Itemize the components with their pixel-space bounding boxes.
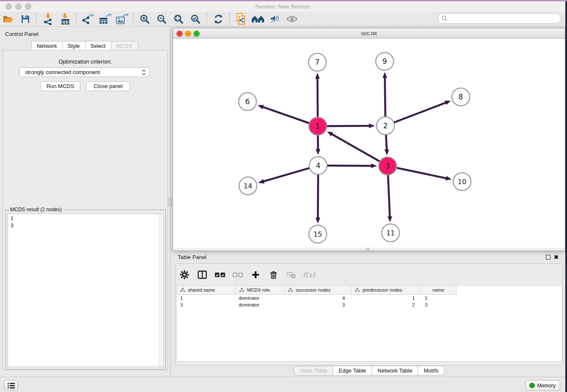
network-canvas[interactable]: 7968124314101511 bbox=[173, 39, 565, 248]
zoom-selected-button[interactable] bbox=[187, 12, 204, 26]
table-cell[interactable]: dominator bbox=[236, 295, 285, 301]
delete-row-button[interactable] bbox=[268, 269, 279, 280]
close-panel-button[interactable]: Close panel bbox=[86, 81, 130, 91]
add-row-button[interactable] bbox=[250, 269, 261, 280]
pane-layout-button[interactable] bbox=[197, 269, 208, 280]
graph-edge-arrowhead bbox=[445, 101, 451, 105]
search-field[interactable] bbox=[438, 13, 561, 24]
main-titlebar: Session: New Session bbox=[0, 1, 565, 12]
show-graphics-details-eye-icon bbox=[286, 15, 298, 23]
table-panel-float-icon[interactable] bbox=[546, 255, 550, 259]
table-tab-edge-table[interactable]: Edge Table bbox=[333, 366, 372, 375]
graph-edge-3-11[interactable] bbox=[388, 175, 390, 216]
table-cell[interactable]: 1 bbox=[177, 295, 236, 301]
column-header-successor-nodes[interactable]: successor nodes bbox=[285, 286, 352, 294]
table-tab-node-table[interactable]: Node Table bbox=[294, 366, 333, 375]
table-cell[interactable]: 1 bbox=[352, 295, 421, 301]
table-cell[interactable]: 2 bbox=[352, 302, 421, 307]
table-cell[interactable]: 3 bbox=[285, 302, 352, 307]
table-cell[interactable]: dominator bbox=[236, 302, 285, 307]
graph-edge-arrowhead bbox=[316, 218, 320, 224]
optimization-criterion-dropdown[interactable]: strongly connected component bbox=[19, 67, 150, 77]
graph-node-1[interactable]: 1 bbox=[309, 117, 327, 135]
control-tab-mcds[interactable]: MCDS bbox=[111, 41, 138, 50]
graph-node-4[interactable]: 4 bbox=[309, 157, 327, 174]
network-window-titlebar[interactable]: × − + scc.txt bbox=[173, 28, 565, 39]
toolbar-separator bbox=[76, 13, 77, 25]
graph-node-8[interactable]: 8 bbox=[452, 88, 470, 106]
zoom-in-button[interactable] bbox=[136, 12, 153, 26]
export-network-icon bbox=[82, 14, 94, 25]
show-graphics-details-button[interactable] bbox=[284, 12, 300, 26]
table-panel-close-icon[interactable]: ✖ bbox=[554, 254, 559, 260]
graph-edge-4-14[interactable] bbox=[264, 168, 309, 181]
delete-table-button[interactable] bbox=[286, 269, 297, 280]
panel-splitter-handle[interactable] bbox=[168, 198, 172, 207]
duplicate-network-button[interactable] bbox=[233, 12, 250, 26]
table-tab-motifs[interactable]: Motifs bbox=[418, 366, 444, 375]
run-mcds-button[interactable]: Run MCDS bbox=[40, 81, 80, 91]
import-network-icon bbox=[43, 13, 54, 25]
graph-node-7[interactable]: 7 bbox=[308, 53, 326, 71]
node-table-body: 1dominator4113dominator323 bbox=[177, 295, 562, 308]
column-header-mcds-role[interactable]: MCDS role bbox=[236, 286, 285, 294]
task-history-button[interactable] bbox=[4, 380, 18, 391]
home-button[interactable] bbox=[250, 12, 267, 26]
mcds-result-scrollbar[interactable] bbox=[159, 214, 163, 367]
graph-edge-2-8[interactable] bbox=[394, 103, 446, 122]
select-all-columns-button[interactable] bbox=[215, 269, 226, 280]
graph-edge-2-3[interactable] bbox=[386, 135, 387, 149]
column-settings-button[interactable] bbox=[179, 269, 190, 280]
graph-edge-2-9[interactable] bbox=[385, 78, 385, 116]
save-session-button[interactable] bbox=[17, 12, 34, 26]
deselect-all-columns-button[interactable] bbox=[232, 269, 243, 280]
graph-edge-1-7[interactable] bbox=[317, 79, 318, 117]
graph-node-10[interactable]: 10 bbox=[453, 173, 471, 190]
graph-node-14[interactable]: 14 bbox=[239, 177, 257, 195]
graph-node-9[interactable]: 9 bbox=[376, 52, 394, 70]
import-network-button[interactable] bbox=[40, 12, 57, 26]
graph-edge-3-10[interactable] bbox=[397, 168, 446, 178]
import-table-button[interactable] bbox=[57, 12, 74, 26]
zoom-out-button[interactable] bbox=[153, 12, 170, 26]
table-cell[interactable]: 3 bbox=[421, 302, 457, 307]
graph-node-3[interactable]: 3 bbox=[379, 157, 396, 175]
table-cell[interactable]: 3 bbox=[177, 302, 236, 307]
graph-edge-4-15[interactable] bbox=[318, 175, 318, 218]
graph-node-11[interactable]: 11 bbox=[382, 224, 399, 242]
graph-node-6[interactable]: 6 bbox=[239, 93, 256, 110]
graph-node-15[interactable]: 15 bbox=[309, 225, 327, 243]
control-tab-network[interactable]: Network bbox=[31, 41, 62, 50]
network-resize-handle[interactable] bbox=[366, 248, 370, 250]
graph-edge-1-2[interactable] bbox=[327, 126, 369, 126]
export-network-button[interactable] bbox=[80, 12, 96, 26]
node-table-row[interactable]: 3dominator323 bbox=[177, 301, 562, 308]
table-cell[interactable]: 4 bbox=[285, 295, 352, 301]
graph-edge-3-1[interactable] bbox=[332, 134, 380, 161]
table-cell[interactable]: 1 bbox=[421, 295, 457, 301]
node-table-row[interactable]: 1dominator411 bbox=[177, 295, 562, 301]
control-tab-style[interactable]: Style bbox=[62, 41, 85, 50]
table-panel-body: f(x) shared nameMCDS rolesuccessor nodes… bbox=[175, 263, 563, 366]
refresh-layout-button[interactable] bbox=[210, 12, 227, 26]
graph-edge-1-6[interactable] bbox=[263, 107, 309, 123]
control-tab-select[interactable]: Select bbox=[85, 41, 111, 50]
table-tab-network-table[interactable]: Network Table bbox=[372, 366, 418, 375]
column-header-predecessor-nodes[interactable]: predecessor nodes bbox=[352, 286, 421, 294]
graph-node-2[interactable]: 2 bbox=[377, 117, 394, 135]
search-icon bbox=[441, 15, 448, 22]
function-builder-button[interactable]: f(x) bbox=[303, 269, 314, 280]
open-session-button[interactable] bbox=[0, 12, 17, 26]
memory-button[interactable]: Memory bbox=[526, 380, 560, 391]
graph-edge-4-3[interactable] bbox=[328, 166, 371, 166]
column-header-name[interactable]: name bbox=[421, 286, 457, 294]
column-header-label: predecessor nodes bbox=[363, 287, 402, 293]
export-image-button[interactable] bbox=[113, 12, 130, 26]
export-table-button[interactable] bbox=[96, 12, 113, 26]
search-input[interactable] bbox=[450, 15, 561, 22]
svg-text:6: 6 bbox=[245, 97, 250, 106]
column-header-shared-name[interactable]: shared name bbox=[177, 286, 236, 294]
mcds-result-text[interactable]: 1 3 bbox=[8, 214, 164, 367]
zoom-fit-button[interactable] bbox=[170, 12, 187, 26]
hide-graphics-details-button[interactable] bbox=[267, 12, 284, 26]
